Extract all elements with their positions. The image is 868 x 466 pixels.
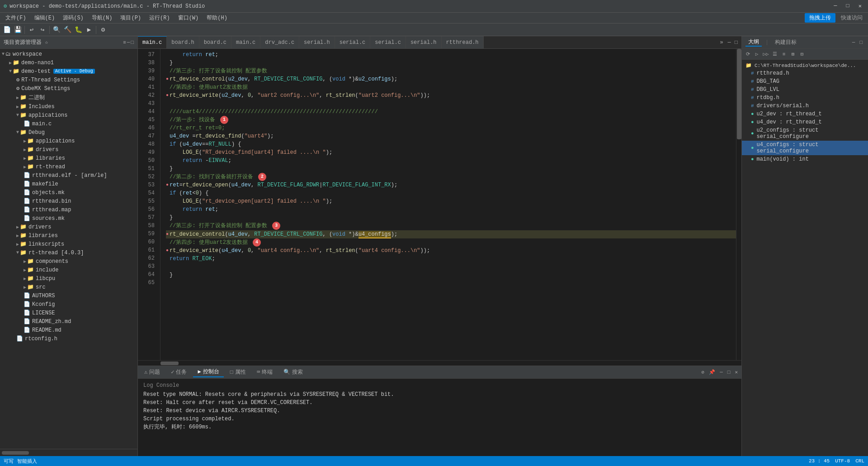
menu-project[interactable]: 项目(P) xyxy=(117,13,145,23)
bottom-tab-problems[interactable]: ⚠ 问题 xyxy=(140,367,165,377)
tree-item-debug-drivers[interactable]: ▶ 📁 drivers xyxy=(0,145,137,154)
tabs-minimize-btn[interactable]: ─ xyxy=(726,39,733,46)
code-content[interactable]: return ret; } //第三步: 打开了设备就控制 配置参数 ● xyxy=(160,49,736,360)
outline-u4-dev[interactable]: ● u4_dev : rt_thread_t xyxy=(742,118,868,126)
tree-item-linkscripts[interactable]: ▶ 📁 linkscripts xyxy=(0,240,137,248)
bp-53[interactable]: ● xyxy=(166,181,169,189)
bottom-tab-properties[interactable]: □ 属性 xyxy=(226,367,250,377)
tree-item-debug-libraries[interactable]: ▶ 📁 libraries xyxy=(0,154,137,162)
tree-item-kconfig[interactable]: 📄 Kconfig xyxy=(0,300,137,309)
right-panel-maximize-btn[interactable]: □ xyxy=(858,40,864,45)
tree-item-cubemx[interactable]: ⚙ CubeMX Settings xyxy=(0,84,137,93)
tree-item-authors[interactable]: 📄 AUTHORS xyxy=(0,291,137,300)
menu-help[interactable]: 帮助(H) xyxy=(203,13,231,23)
tree-item-components[interactable]: ▶ 📁 components xyxy=(0,257,137,266)
tree-item-debug-applications[interactable]: ▶ 📁 applications xyxy=(0,137,137,145)
console-minimize-btn[interactable]: ─ xyxy=(718,370,725,375)
redo-btn[interactable]: ↪ xyxy=(38,25,47,35)
outline-filter-btn[interactable]: ≡ xyxy=(780,50,788,58)
maximize-btn[interactable]: □ xyxy=(844,3,852,10)
close-btn[interactable]: ✕ xyxy=(856,3,864,10)
tree-item-workspace[interactable]: ▼ 🗂 workspace xyxy=(0,50,137,58)
upload-btn[interactable]: 拖拽上传 xyxy=(805,13,835,23)
hscroll-thumb[interactable] xyxy=(160,361,179,365)
menu-file[interactable]: 文件(F) xyxy=(2,13,30,23)
tab-drv-adc-c[interactable]: drv_adc.c xyxy=(260,36,299,49)
outline-add-btn[interactable]: ⊞ xyxy=(789,50,797,58)
outline-drivers-serial[interactable]: # drivers/serial.h xyxy=(742,102,868,110)
right-tab-outline[interactable]: 大纲 xyxy=(745,38,762,47)
sidebar-maximize-btn[interactable]: □ xyxy=(131,40,134,45)
outline-rtthread-h[interactable]: # rtthread.h xyxy=(742,69,868,77)
tab-main-c2[interactable]: main.c xyxy=(231,36,260,49)
outline-path[interactable]: 📁 C:\RT-ThreadStudio\workspace\de... xyxy=(742,62,868,69)
tree-item-include[interactable]: ▶ 📁 include xyxy=(0,266,137,274)
build-btn[interactable]: 🔨 xyxy=(62,25,72,35)
outline-u2-configs[interactable]: ● u2_configs : struct serial_configure xyxy=(742,126,868,141)
tab-serial-h2[interactable]: serial.h xyxy=(406,36,442,49)
menu-run[interactable]: 运行(R) xyxy=(146,13,174,23)
tree-item-includes[interactable]: ▶ 📁 Includes xyxy=(0,102,137,111)
menu-source[interactable]: 源码(S) xyxy=(59,13,87,23)
tabs-overflow-btn[interactable]: » xyxy=(717,39,726,46)
bp-42[interactable]: ● xyxy=(166,91,169,100)
right-panel-minimize-btn[interactable]: ─ xyxy=(850,40,857,45)
code-editor[interactable]: 37 38 39 40 41 42 43 44 45 46 47 48 49 5… xyxy=(138,49,741,360)
tree-item-demo-test[interactable]: ▼ 📁 demo-test Active - Debug xyxy=(0,67,137,76)
right-tab-build[interactable]: 构建目标 xyxy=(772,38,799,46)
minimize-btn[interactable]: ─ xyxy=(831,3,840,10)
outline-rtdbg-h[interactable]: # rtdbg.h xyxy=(742,94,868,102)
tab-board-h[interactable]: board.h xyxy=(167,36,199,49)
bottom-tab-terminal[interactable]: ⌨ 终端 xyxy=(252,367,277,377)
outline-refresh-btn[interactable]: ⟳ xyxy=(744,50,752,58)
run-btn[interactable]: ▶ xyxy=(84,25,94,35)
sidebar-scrollbar[interactable] xyxy=(2,451,29,455)
editor-hscrollbar[interactable] xyxy=(138,360,741,366)
tree-item-binary[interactable]: ▶ 📁 二进制 xyxy=(0,93,137,102)
save-btn[interactable]: 💾 xyxy=(13,25,23,35)
console-close-btn[interactable]: ✕ xyxy=(733,369,740,375)
tree-item-debug[interactable]: ▼ 📁 Debug xyxy=(0,128,137,137)
vscroll-thumb[interactable] xyxy=(737,49,741,139)
bp-40[interactable]: ● xyxy=(166,75,169,83)
outline-u4-configs[interactable]: ● u4_configs : struct serial_configure xyxy=(742,141,868,155)
tab-serial-c2[interactable]: serial.c xyxy=(370,36,406,49)
new-btn[interactable]: 📄 xyxy=(2,25,12,35)
tree-item-rtthread-map[interactable]: 📄 rtthread.map xyxy=(0,205,137,214)
tree-item-objects-mk[interactable]: 📄 objects.mk xyxy=(0,188,137,197)
tree-item-drivers[interactable]: ▶ 📁 drivers xyxy=(0,223,137,231)
outline-dbg-tag[interactable]: # DBG_TAG xyxy=(742,77,868,86)
sidebar-minimize-btn[interactable]: ─ xyxy=(127,40,130,45)
tree-item-libraries[interactable]: ▶ 📁 libraries xyxy=(0,231,137,240)
tree-item-makefile[interactable]: 📄 makefile xyxy=(0,180,137,188)
outline-u2-dev[interactable]: ● u2_dev : rt_thread_t xyxy=(742,110,868,118)
console-maximize-btn[interactable]: □ xyxy=(726,370,732,375)
tree-item-libcpu[interactable]: ▶ 📁 libcpu xyxy=(0,274,137,283)
bp-59[interactable]: ● xyxy=(166,230,169,238)
search-btn[interactable]: 🔍 xyxy=(52,25,61,35)
tab-serial-c1[interactable]: serial.c xyxy=(335,36,371,49)
menu-window[interactable]: 窗口(W) xyxy=(175,13,203,23)
bottom-tab-tasks[interactable]: ✓ 任务 xyxy=(166,367,191,377)
tree-item-demo-nano1[interactable]: ▶ 📁 demo-nano1 xyxy=(0,58,137,67)
tree-item-rt-settings[interactable]: ⚙ RT-Thread Settings xyxy=(0,76,137,84)
outline-remove-btn[interactable]: ⊟ xyxy=(798,50,806,58)
bottom-tab-console[interactable]: ▶ 控制台 xyxy=(193,367,223,377)
tab-serial-h[interactable]: serial.h xyxy=(299,36,335,49)
tree-item-readme[interactable]: 📄 README.md xyxy=(0,326,137,334)
bp-61[interactable]: ● xyxy=(166,247,169,255)
menu-nav[interactable]: 导航(N) xyxy=(88,13,116,23)
outline-main[interactable]: ● main(void) : int xyxy=(742,155,868,163)
editor-vscrollbar[interactable] xyxy=(736,49,741,360)
outline-collapse-btn[interactable]: ▷▷ xyxy=(762,50,770,58)
undo-btn[interactable]: ↩ xyxy=(27,25,37,35)
outline-expand-btn[interactable]: ▷ xyxy=(753,50,761,58)
tree-item-license[interactable]: 📄 LICENSE xyxy=(0,309,137,317)
tree-item-applications[interactable]: ▼ 📁 applications xyxy=(0,111,137,119)
console-pin-btn[interactable]: 📌 xyxy=(707,369,717,375)
tree-item-src[interactable]: ▶ 📁 src xyxy=(0,283,137,291)
sidebar-collapse-btn[interactable]: ≡ xyxy=(123,40,126,45)
tree-item-readme-zh[interactable]: 📄 README_zh.md xyxy=(0,317,137,326)
tree-item-rtthread-bin[interactable]: 📄 rtthread.bin xyxy=(0,197,137,205)
tabs-maximize-btn[interactable]: □ xyxy=(733,39,740,46)
